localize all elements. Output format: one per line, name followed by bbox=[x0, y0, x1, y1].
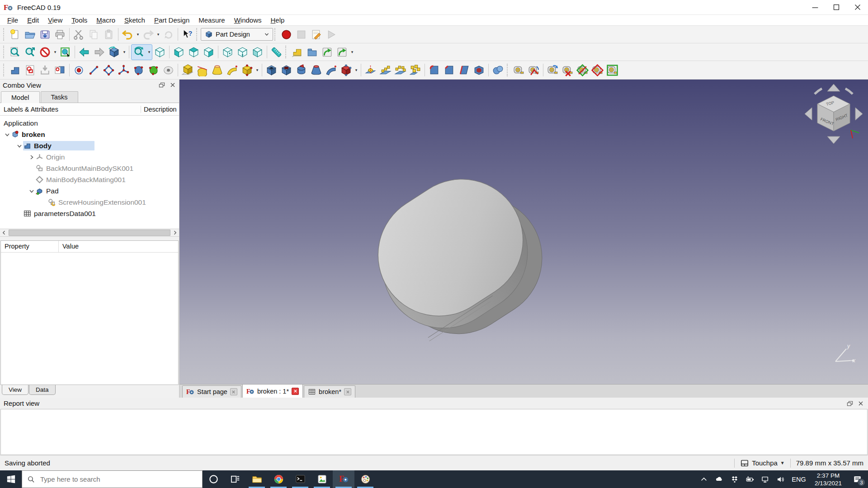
3d-viewport[interactable]: TOP FRONT RIGHT x y bbox=[179, 80, 868, 398]
multi-transform-button[interactable] bbox=[408, 63, 423, 78]
datum-plane-button[interactable] bbox=[101, 63, 116, 78]
groove-button[interactable] bbox=[294, 63, 309, 78]
measure-linear-button[interactable] bbox=[511, 63, 526, 78]
start-button[interactable] bbox=[0, 470, 22, 488]
chrome-button[interactable] bbox=[268, 470, 289, 488]
redo-button[interactable] bbox=[141, 27, 156, 42]
paint-app-button[interactable] bbox=[354, 470, 376, 488]
make-link-button[interactable] bbox=[320, 45, 335, 60]
save-file-button[interactable] bbox=[38, 27, 52, 42]
tree-item-pad[interactable]: Pad bbox=[0, 185, 179, 197]
measure-angular-button[interactable] bbox=[526, 63, 541, 78]
scroll-left-arrow[interactable] bbox=[0, 229, 8, 236]
undo-dropdown-icon[interactable]: ▾ bbox=[135, 32, 141, 37]
tree-item-parametersdata001[interactable]: parametersData001 bbox=[0, 208, 179, 219]
freecad-taskbar-button[interactable]: F bbox=[333, 470, 354, 488]
whats-this-button[interactable]: ? bbox=[180, 27, 195, 42]
draw-style-button[interactable] bbox=[38, 45, 52, 60]
subtractive-loft-button[interactable] bbox=[309, 63, 324, 78]
measure-toggle-all-button[interactable] bbox=[575, 63, 590, 78]
tab-close-icon[interactable] bbox=[344, 388, 351, 395]
local-coordinate-system-button[interactable] bbox=[116, 63, 131, 78]
taskbar-search[interactable] bbox=[22, 470, 203, 488]
expander-open-icon[interactable] bbox=[16, 142, 23, 150]
draw-style-dropdown-icon[interactable]: ▾ bbox=[52, 50, 58, 54]
scroll-right-arrow[interactable] bbox=[171, 229, 179, 236]
additive-primitive-button[interactable] bbox=[240, 63, 255, 78]
measure-toggle-dimensions-button[interactable] bbox=[605, 63, 620, 78]
menu-windows[interactable]: Windows bbox=[230, 16, 266, 24]
language-indicator[interactable]: ENG bbox=[788, 470, 809, 488]
create-part-button[interactable] bbox=[290, 45, 305, 60]
menu-macro[interactable]: Macro bbox=[92, 16, 120, 24]
3d-scene[interactable]: TOP FRONT RIGHT x y bbox=[179, 80, 868, 384]
toolbar-grip[interactable] bbox=[3, 28, 5, 41]
linear-pattern-button[interactable] bbox=[378, 63, 393, 78]
draft-button[interactable] bbox=[457, 63, 472, 78]
tree-item-body[interactable]: Body bbox=[0, 140, 179, 151]
hole-button[interactable] bbox=[279, 63, 294, 78]
additive-loft-button[interactable] bbox=[210, 63, 225, 78]
tray-chevron-icon[interactable] bbox=[696, 470, 712, 488]
cut-button[interactable] bbox=[71, 27, 86, 42]
document-tab-start-page[interactable]: F Start page bbox=[182, 385, 241, 398]
redo-dropdown-icon[interactable]: ▾ bbox=[156, 32, 161, 37]
minimize-button[interactable] bbox=[804, 0, 826, 14]
toolbar-grip[interactable] bbox=[196, 28, 198, 41]
workbench-selector[interactable]: Part Design bbox=[201, 28, 273, 41]
measure-distance-button[interactable] bbox=[269, 45, 284, 60]
fit-all-button[interactable] bbox=[8, 45, 23, 60]
shape-binder-button[interactable] bbox=[131, 63, 146, 78]
battery-icon[interactable] bbox=[742, 470, 758, 488]
file-explorer-button[interactable] bbox=[246, 470, 268, 488]
toolbar-grip[interactable] bbox=[3, 46, 5, 58]
task-view-button[interactable] bbox=[224, 470, 246, 488]
tab-view[interactable]: View bbox=[2, 385, 28, 395]
tree-item-backmountmainbodysk001[interactable]: BackMountMainBodySK001 bbox=[0, 163, 179, 174]
cortana-button[interactable] bbox=[203, 470, 224, 488]
tree-horizontal-scrollbar[interactable] bbox=[0, 229, 179, 237]
view-bottom-button[interactable] bbox=[235, 45, 250, 60]
action-center-button[interactable]: 3 bbox=[847, 470, 868, 488]
subtractive-primitive-dropdown-icon[interactable]: ▾ bbox=[354, 68, 359, 72]
view-right-button[interactable] bbox=[201, 45, 216, 60]
macro-stop-button[interactable] bbox=[294, 27, 309, 42]
tab-close-icon[interactable] bbox=[230, 388, 237, 395]
expander-open-icon[interactable] bbox=[4, 131, 11, 138]
mirrored-button[interactable] bbox=[363, 63, 378, 78]
maximize-button[interactable] bbox=[826, 0, 847, 14]
macro-edit-button[interactable] bbox=[309, 27, 324, 42]
view-rear-button[interactable] bbox=[220, 45, 235, 60]
menu-part-design[interactable]: Part Design bbox=[150, 16, 194, 24]
toolbar-grip[interactable] bbox=[3, 64, 5, 76]
measure-clear-all-button[interactable] bbox=[560, 63, 575, 78]
pad-button[interactable] bbox=[180, 63, 195, 78]
menu-help[interactable]: Help bbox=[266, 16, 289, 24]
menu-sketch[interactable]: Sketch bbox=[120, 16, 150, 24]
sub-shape-binder-button[interactable] bbox=[146, 63, 161, 78]
map-sketch-to-face-button[interactable] bbox=[52, 63, 67, 78]
additive-sweep-button[interactable] bbox=[225, 63, 240, 78]
scrollbar-thumb[interactable] bbox=[9, 230, 170, 236]
menu-tools[interactable]: Tools bbox=[67, 16, 92, 24]
tree-item-mainbodybackmating001[interactable]: MainBodyBackMating001 bbox=[0, 174, 179, 185]
menu-edit[interactable]: Edit bbox=[23, 16, 43, 24]
onedrive-icon[interactable] bbox=[712, 470, 727, 488]
expander-open-icon[interactable] bbox=[28, 188, 35, 195]
tree-item-application[interactable]: Application bbox=[0, 117, 179, 129]
clone-button[interactable] bbox=[161, 63, 176, 78]
nav-back-button[interactable] bbox=[77, 45, 92, 60]
expander-closed-icon[interactable] bbox=[28, 154, 35, 161]
datum-point-button[interactable] bbox=[71, 63, 86, 78]
copy-button[interactable] bbox=[86, 27, 101, 42]
document-tab-broken-1-[interactable]: F broken : 1* bbox=[242, 384, 303, 398]
view-isometric-button[interactable] bbox=[107, 45, 122, 60]
measure-toggle-3d-button[interactable] bbox=[590, 63, 605, 78]
thickness-button[interactable] bbox=[472, 63, 486, 78]
float-panel-icon[interactable] bbox=[158, 81, 165, 89]
menu-file[interactable]: File bbox=[3, 16, 23, 24]
terminal-button[interactable] bbox=[289, 470, 311, 488]
make-sub-link-button[interactable] bbox=[335, 45, 349, 60]
make-sub-link-dropdown-icon[interactable]: ▾ bbox=[349, 50, 355, 54]
view-axonometric-button[interactable] bbox=[152, 45, 167, 60]
